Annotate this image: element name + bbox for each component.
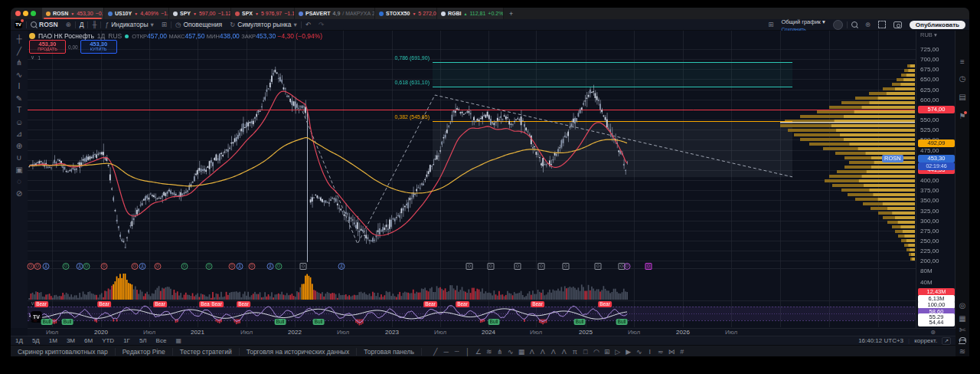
event-badge-green[interactable]: О [83,263,90,270]
chart-style-button[interactable]: ╫ [88,19,100,30]
pitchfork-tool-icon[interactable]: ⋔ [11,59,28,67]
range-button-ytd[interactable]: YTD [97,337,119,344]
event-badge-green[interactable]: О [181,263,188,270]
window-tab-spy[interactable]: SPY▼597,00−1.12%/ Фо…× [169,8,231,19]
fav-elliott-combo-icon[interactable]: Λ [561,348,567,356]
event-badge-gray[interactable]: О [300,263,307,270]
event-badge-red[interactable]: О [155,263,162,270]
event-badge-blue[interactable]: Д [338,263,345,270]
fav-gann-box-icon[interactable]: ▦ [518,348,524,356]
event-badge-blue[interactable]: Д [139,263,146,270]
tv-logo[interactable]: TV [11,19,26,30]
snapshot-button[interactable] [890,19,906,30]
fav-brush-icon[interactable]: ∿ [508,348,514,356]
quick-toggle[interactable] [829,19,847,30]
range-button-1м[interactable]: 1М [44,337,62,344]
range-button-6м[interactable]: 6М [80,337,97,344]
fav-short-position-icon[interactable]: ▶ [626,348,632,356]
event-badge-gray[interactable]: О [514,263,521,270]
alerts-panel-icon[interactable]: ◷ [956,75,969,83]
fav-trend-line-icon[interactable]: ╱ [433,348,439,356]
watchlist-icon[interactable]: ≡ [956,58,969,66]
chart-canvas[interactable] [28,31,916,328]
range-button-5д[interactable]: 5Д [28,337,44,344]
layout-grid-button[interactable]: ⊞ [764,19,777,30]
window-close-button[interactable] [15,11,21,16]
fav-comparison-icon[interactable]: ≂ [658,348,664,356]
snippets-icon[interactable]: ✄ [956,326,969,334]
brush-tool-icon[interactable]: ✎ [11,95,28,103]
go-to-date-icon[interactable]: ▦ [171,337,186,344]
event-badge-red[interactable]: О [34,263,41,270]
fav-curve-icon[interactable]: ∿ [636,348,642,356]
event-badge-green[interactable]: О [276,263,283,270]
fav-pitchfork-icon[interactable]: ⋔ [497,348,503,356]
indicator-templates-button[interactable]: ⊞ [158,19,171,30]
range-button-5л[interactable]: 5Л [135,337,152,344]
event-badge-blue[interactable]: Д [267,263,274,270]
fav-signpost-icon[interactable]: # [679,348,685,356]
fav-long-position-icon[interactable]: ▷ [615,348,621,356]
axis-currency-button[interactable]: RUB ▾ [920,31,937,38]
event-badge-gray[interactable]: О [488,263,495,270]
adjust-label[interactable]: коррект. [914,337,937,344]
fav-elliott-triangle-icon[interactable]: Λ [550,348,557,356]
price-axis[interactable]: RUB ▾ 725,00700,00675,00650,00625,00600,… [916,31,956,328]
magnet-tool-icon[interactable]: ∪ [11,154,28,162]
fav-table-icon[interactable]: ⊞ [604,348,610,356]
event-badge-gray[interactable]: О [466,263,473,270]
compare-add-button[interactable]: ⊕ [62,19,75,30]
fav-horizontal-ray-icon[interactable]: ┄ [454,348,460,356]
event-badge-purple[interactable]: О [624,263,631,270]
symbol-search-button[interactable]: ROSN [27,19,62,30]
trend-line-tool-icon[interactable]: ╱ [11,48,28,55]
news-panel-icon[interactable]: ▤ [956,94,969,101]
clock-label[interactable]: 16:40:12 UTC+3 [858,337,903,344]
event-badge-blue[interactable]: Д [43,263,50,270]
event-badge-red[interactable]: О [229,263,236,270]
zoom-in-tool-icon[interactable]: ⊕ [11,143,28,150]
event-badge-red[interactable]: О [132,263,139,270]
fav-elliott-correction-icon[interactable]: Λ [540,348,546,356]
range-button-1д[interactable]: 1Д [11,337,28,344]
undo-button[interactable]: ↶ [302,19,315,30]
range-button-все[interactable]: Все [152,337,172,344]
hide-drawings-tool-icon[interactable]: ◌ [11,178,28,185]
window-tab-us10y[interactable]: US10Y▼4,409%−1.01%/ 10…× [104,8,169,19]
sell-button[interactable]: 453,30ПРОДАТЬ [29,40,66,54]
range-button-3м[interactable]: 3М [62,337,80,344]
panel-tab-2[interactable]: Тестер стратегий [173,348,240,356]
interval-button[interactable]: Д [76,19,88,30]
chart-pane[interactable]: ПАО НК Роснефть 1Д RUS ОТКР457,00 МАКС45… [28,31,916,328]
panel-tab-1[interactable]: Редактор Pine [116,348,173,356]
measure-tool-icon[interactable]: ⊿ [11,130,28,138]
event-badge-green[interactable]: О [206,263,213,270]
panel-tab-3[interactable]: Торговля на исторических данных [240,348,358,356]
window-tab-psavert[interactable]: PSAVERT4,9/ МАКРУХА 2× [295,8,375,19]
event-badge-gray[interactable]: О [563,263,570,270]
wave-pattern-tool-icon[interactable]: ∿ [11,71,28,79]
screener-icon[interactable]: ⚑ [956,113,969,120]
notifications-bell-icon[interactable] [959,337,966,343]
event-badge-magenta[interactable]: О [645,263,652,270]
scale-mode-button[interactable]: ↗ [942,337,951,345]
replay-button[interactable]: ↻ Симулятор рынка▾ [226,19,301,30]
chart-settings-button[interactable]: ⊛ [861,19,874,30]
main-pane-collapse[interactable]: ∨1 [31,54,41,61]
emoji-tool-icon[interactable]: ☺ [11,119,28,126]
fav-cypher-pattern-icon[interactable]: π [572,348,578,356]
event-badge-gray[interactable]: О [538,263,545,270]
legend-symbol-title[interactable]: ПАО НК Роснефть [38,32,94,40]
publish-button[interactable]: Опубликовать [906,19,969,30]
fav-elliott-impulse-icon[interactable]: Λ [529,348,535,356]
redo-button[interactable]: ↷ [315,19,328,30]
window-zoom-button[interactable] [31,11,36,16]
event-badge-red[interactable]: О [249,263,256,270]
range-button-1г[interactable]: 1Г [119,337,135,344]
window-tab-rgbi[interactable]: RGBI▲112,81+0.2%/ Об…× [437,8,504,19]
event-badge-blue[interactable]: Д [77,263,83,270]
crosshair-tool-icon[interactable]: ┼ [11,35,28,43]
window-tab-spx[interactable]: SPX▼5 976,97−1.13%/ М…× [231,8,295,19]
panel-tab-0[interactable]: Скринер криптовалютных пар [11,348,116,356]
calendar-icon[interactable]: ▦ [956,315,969,323]
